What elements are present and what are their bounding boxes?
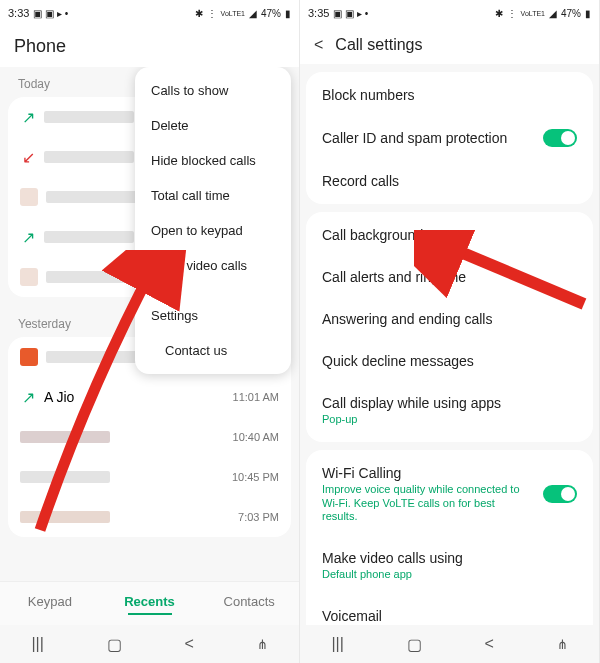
nav-home-icon[interactable]: ▢ (107, 635, 122, 654)
setting-wifi-calling[interactable]: Wi-Fi Calling Improve voice quality whil… (306, 452, 593, 537)
android-navbar: ||| ▢ < ⋔ (300, 625, 599, 663)
bluetooth-icon: ✱ (195, 8, 203, 19)
menu-hide-blocked[interactable]: Hide blocked calls (135, 143, 291, 178)
setting-record-calls[interactable]: Record calls (306, 160, 593, 202)
setting-call-background[interactable]: Call background (306, 214, 593, 256)
call-settings-screen: 3:35 ▣ ▣ ▸ • ✱ ⋮ VoLTE1 ◢ 47% ▮ < Call s… (300, 0, 600, 663)
menu-make-video[interactable]: Make video calls using (135, 248, 291, 298)
call-time: 11:01 AM (233, 391, 279, 403)
call-row[interactable]: 7:03 PM (8, 497, 291, 537)
setting-make-video[interactable]: Make video calls using Default phone app (306, 537, 593, 595)
wifi-icon: ⋮ (207, 8, 217, 19)
network-label: VoLTE1 (521, 10, 545, 17)
call-row[interactable]: ↗ A Jio 11:01 AM (8, 377, 291, 417)
page-title: Phone (0, 26, 299, 67)
toggle-switch[interactable] (543, 485, 577, 503)
signal-icon: ◢ (249, 8, 257, 19)
recents-list: Today ↗ (2 ↙ ↗ 1 (0, 67, 299, 581)
back-icon[interactable]: < (314, 36, 323, 54)
notification-icon: ▣ ▣ ▸ • (333, 8, 368, 19)
missed-call-icon: ↙ (20, 149, 36, 165)
setting-label: Block numbers (322, 87, 415, 103)
outgoing-call-icon: ↗ (20, 109, 36, 125)
nav-accessibility-icon[interactable]: ⋔ (257, 637, 268, 652)
menu-calls-to-show[interactable]: Calls to show (135, 73, 291, 108)
status-time: 3:33 (8, 7, 29, 19)
tab-recents[interactable]: Recents (100, 582, 200, 625)
outgoing-call-icon: ↗ (20, 389, 36, 405)
notification-icon: ▣ ▣ ▸ • (33, 8, 68, 19)
settings-group: Block numbers Caller ID and spam protect… (306, 72, 593, 204)
contact-avatar (20, 188, 38, 206)
call-time: 10:40 AM (233, 431, 279, 443)
setting-sublabel: Improve voice quality while connected to… (322, 483, 533, 524)
setting-label: Wi-Fi Calling (322, 465, 533, 481)
caller-name (44, 231, 134, 243)
setting-voicemail[interactable]: Voicemail (306, 595, 593, 625)
setting-call-display[interactable]: Call display while using apps Pop-up (306, 382, 593, 440)
caller-name (20, 471, 110, 483)
setting-label: Voicemail (322, 608, 382, 624)
contact-avatar (20, 348, 38, 366)
network-label: VoLTE1 (221, 10, 245, 17)
caller-name (44, 111, 134, 123)
setting-label: Caller ID and spam protection (322, 130, 507, 146)
battery-icon: ▮ (285, 8, 291, 19)
tab-contacts[interactable]: Contacts (199, 582, 299, 625)
menu-contact-us[interactable]: Contact us (135, 333, 291, 368)
call-row[interactable]: 10:40 AM (8, 417, 291, 457)
toggle-switch[interactable] (543, 129, 577, 147)
settings-group: Wi-Fi Calling Improve voice quality whil… (306, 450, 593, 625)
phone-app-screen: 3:33 ▣ ▣ ▸ • ✱ ⋮ VoLTE1 ◢ 47% ▮ Phone To… (0, 0, 300, 663)
setting-label: Call display while using apps (322, 395, 577, 411)
menu-settings[interactable]: Settings (135, 298, 291, 333)
caller-name: A Jio (44, 389, 225, 405)
battery-icon: ▮ (585, 8, 591, 19)
settings-body: Block numbers Caller ID and spam protect… (300, 64, 599, 625)
statusbar: 3:35 ▣ ▣ ▸ • ✱ ⋮ VoLTE1 ◢ 47% ▮ (300, 0, 599, 26)
statusbar: 3:33 ▣ ▣ ▸ • ✱ ⋮ VoLTE1 ◢ 47% ▮ (0, 0, 299, 26)
caller-name (20, 431, 110, 443)
caller-name (44, 151, 134, 163)
call-time: 7:03 PM (238, 511, 279, 523)
setting-label: Quick decline messages (322, 353, 474, 369)
bluetooth-icon: ✱ (495, 8, 503, 19)
nav-recent-icon[interactable]: ||| (31, 635, 43, 653)
nav-back-icon[interactable]: < (484, 635, 493, 653)
status-time: 3:35 (308, 7, 329, 19)
android-navbar: ||| ▢ < ⋔ (0, 625, 299, 663)
setting-label: Answering and ending calls (322, 311, 492, 327)
outgoing-call-icon: ↗ (20, 229, 36, 245)
tab-keypad[interactable]: Keypad (0, 582, 100, 625)
settings-header: < Call settings (300, 26, 599, 64)
call-time: 10:45 PM (232, 471, 279, 483)
setting-quick-decline[interactable]: Quick decline messages (306, 340, 593, 382)
setting-sublabel: Pop-up (322, 413, 577, 427)
nav-back-icon[interactable]: < (184, 635, 193, 653)
setting-label: Make video calls using (322, 550, 577, 566)
nav-recent-icon[interactable]: ||| (331, 635, 343, 653)
settings-group: Call background Call alerts and ringtone… (306, 212, 593, 442)
overflow-menu: Calls to show Delete Hide blocked calls … (135, 67, 291, 374)
contact-avatar (20, 268, 38, 286)
setting-call-alerts[interactable]: Call alerts and ringtone (306, 256, 593, 298)
battery-percent: 47% (561, 8, 581, 19)
page-title: Call settings (335, 36, 422, 54)
setting-answering[interactable]: Answering and ending calls (306, 298, 593, 340)
nav-accessibility-icon[interactable]: ⋔ (557, 637, 568, 652)
setting-sublabel: Default phone app (322, 568, 577, 582)
menu-delete[interactable]: Delete (135, 108, 291, 143)
menu-open-keypad[interactable]: Open to keypad (135, 213, 291, 248)
wifi-icon: ⋮ (507, 8, 517, 19)
nav-home-icon[interactable]: ▢ (407, 635, 422, 654)
bottom-tabs: Keypad Recents Contacts (0, 581, 299, 625)
setting-label: Call background (322, 227, 423, 243)
menu-total-call-time[interactable]: Total call time (135, 178, 291, 213)
setting-caller-id[interactable]: Caller ID and spam protection (306, 116, 593, 160)
setting-label: Call alerts and ringtone (322, 269, 466, 285)
signal-icon: ◢ (549, 8, 557, 19)
battery-percent: 47% (261, 8, 281, 19)
setting-block-numbers[interactable]: Block numbers (306, 74, 593, 116)
setting-label: Record calls (322, 173, 399, 189)
call-row[interactable]: 10:45 PM (8, 457, 291, 497)
